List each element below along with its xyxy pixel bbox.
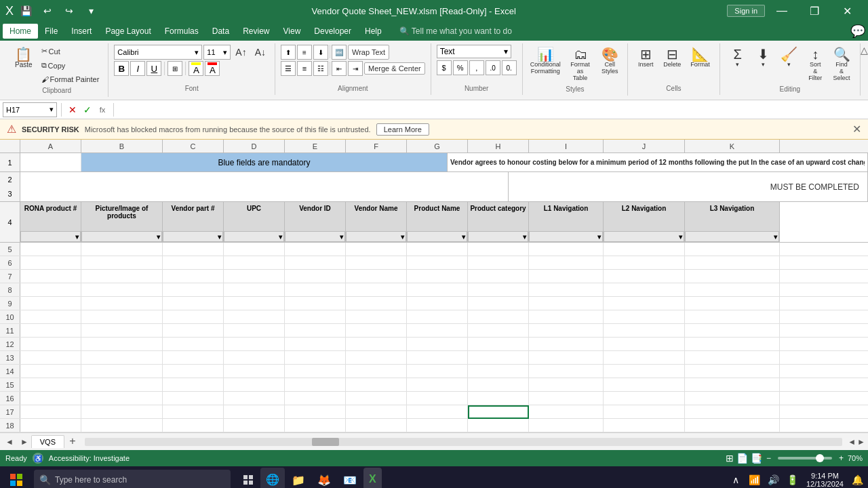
cell-r13-c6[interactable] xyxy=(407,351,468,365)
tell-me-input[interactable]: 🔍 Tell me what you want to do xyxy=(399,26,512,36)
cell-r7-c1[interactable] xyxy=(81,270,163,283)
cell-r18-c2[interactable] xyxy=(163,419,224,432)
cell-r6-c4[interactable] xyxy=(285,256,346,270)
excel-taskbar-btn[interactable]: X xyxy=(363,468,382,488)
cell-r14-c3[interactable] xyxy=(224,365,285,378)
cell-r13-c9[interactable] xyxy=(604,351,685,365)
font-name-box[interactable]: Calibri ▾ xyxy=(114,45,202,60)
name-box[interactable]: H17 ▾ xyxy=(3,102,57,117)
cell-r8-c7[interactable] xyxy=(468,283,529,297)
scroll-left-btn[interactable]: ◄ xyxy=(848,437,856,447)
cell-r9-c0[interactable] xyxy=(20,297,81,310)
cell-r7-c10[interactable] xyxy=(685,270,780,283)
cell-r6-c1[interactable] xyxy=(81,256,163,270)
cell-r9-c10[interactable] xyxy=(685,297,780,310)
cell-r11-c2[interactable] xyxy=(163,324,224,338)
cell-r9-c8[interactable] xyxy=(529,297,604,310)
zoom-slider-thumb[interactable] xyxy=(816,454,824,462)
underline-button[interactable]: U xyxy=(146,61,161,76)
cell-r9-c3[interactable] xyxy=(224,297,285,310)
cell-r10-c5[interactable] xyxy=(346,310,407,324)
cell-r13-c2[interactable] xyxy=(163,351,224,365)
cell-header-product-name[interactable]: Product Name ▾ xyxy=(407,202,468,242)
cell-r15-c1[interactable] xyxy=(81,378,163,392)
zoom-slider[interactable] xyxy=(778,457,832,460)
percent-btn[interactable]: % xyxy=(453,60,468,75)
cell-r9-c4[interactable] xyxy=(285,297,346,310)
battery-icon[interactable]: 🔋 xyxy=(785,472,801,488)
cell-r7-c9[interactable] xyxy=(604,270,685,283)
cell-r18-c1[interactable] xyxy=(81,419,163,432)
cell-r6-c9[interactable] xyxy=(604,256,685,270)
confirm-formula-btn[interactable]: ✓ xyxy=(81,103,94,117)
cell-r14-c9[interactable] xyxy=(604,365,685,378)
cell-r13-c7[interactable] xyxy=(468,351,529,365)
cell-r8-c3[interactable] xyxy=(224,283,285,297)
comments-btn[interactable]: 💬 xyxy=(850,24,865,39)
cell-r8-c8[interactable] xyxy=(529,283,604,297)
cell-r7-c6[interactable] xyxy=(407,270,468,283)
cell-r5-c10[interactable] xyxy=(685,243,780,256)
cell-r8-c4[interactable] xyxy=(285,283,346,297)
col-header-J[interactable]: J xyxy=(604,140,685,152)
cell-r18-c10[interactable] xyxy=(685,419,780,432)
accessibility-icon[interactable]: ♿ xyxy=(33,453,43,464)
cell-r15-c8[interactable] xyxy=(529,378,604,392)
sign-in-button[interactable]: Sign in xyxy=(727,5,765,17)
fill-color-button[interactable]: A xyxy=(189,61,203,76)
cell-r7-c3[interactable] xyxy=(224,270,285,283)
paste-button[interactable]: 📋 Paste xyxy=(11,45,37,71)
col-header-F[interactable]: F xyxy=(346,140,407,152)
cell-r10-c6[interactable] xyxy=(407,310,468,324)
cell-r8-c1[interactable] xyxy=(81,283,163,297)
cell-r17-c2[interactable] xyxy=(163,405,224,419)
start-button[interactable] xyxy=(3,468,30,488)
cell-r18-c8[interactable] xyxy=(529,419,604,432)
cell-r13-c8[interactable] xyxy=(529,351,604,365)
page-break-view-btn[interactable]: 📑 xyxy=(751,453,762,464)
cell-A1[interactable] xyxy=(20,153,81,171)
increase-decimal-btn[interactable]: .0 xyxy=(486,60,500,75)
cell-r13-c0[interactable] xyxy=(20,351,81,365)
page-layout-view-btn[interactable]: 📄 xyxy=(736,453,748,464)
font-color-button[interactable]: A xyxy=(205,61,220,76)
cell-r6-c8[interactable] xyxy=(529,256,604,270)
notification-icon[interactable]: 🔔 xyxy=(849,472,865,488)
cell-r5-c2[interactable] xyxy=(163,243,224,256)
cell-header-picture[interactable]: Picture/Image of products ▾ xyxy=(81,202,163,242)
cell-r12-c6[interactable] xyxy=(407,338,468,351)
cell-r6-c6[interactable] xyxy=(407,256,468,270)
save-quick-btn[interactable]: 💾 xyxy=(16,1,35,20)
tab-formulas[interactable]: Formulas xyxy=(158,24,205,39)
cell-r8-c9[interactable] xyxy=(604,283,685,297)
cell-r9-c9[interactable] xyxy=(604,297,685,310)
tab-file[interactable]: File xyxy=(38,24,64,39)
cell-r6-c5[interactable] xyxy=(346,256,407,270)
redo-quick-btn[interactable]: ↪ xyxy=(60,1,79,20)
cell-r16-c0[interactable] xyxy=(20,392,81,405)
tab-home[interactable]: Home xyxy=(3,24,38,39)
find-select-button[interactable]: 🔍 Find &Select xyxy=(829,45,854,84)
col-header-K[interactable]: K xyxy=(685,140,780,152)
cell-r17-c8[interactable] xyxy=(529,405,604,419)
cell-r18-c0[interactable] xyxy=(20,419,81,432)
cell-r5-c4[interactable] xyxy=(285,243,346,256)
undo-quick-btn[interactable]: ↩ xyxy=(38,1,57,20)
cell-r10-c4[interactable] xyxy=(285,310,346,324)
cell-r16-c5[interactable] xyxy=(346,392,407,405)
autosum-button[interactable]: Σ ▾ xyxy=(726,45,750,70)
cell-r17-c10[interactable] xyxy=(685,405,780,419)
cell-r5-c5[interactable] xyxy=(346,243,407,256)
cell-A2-G3-merged[interactable] xyxy=(20,172,509,201)
cell-r15-c4[interactable] xyxy=(285,378,346,392)
cell-r5-c9[interactable] xyxy=(604,243,685,256)
cell-r15-c3[interactable] xyxy=(224,378,285,392)
cell-r6-c2[interactable] xyxy=(163,256,224,270)
network-icon[interactable]: 📶 xyxy=(747,472,763,488)
cell-r16-c6[interactable] xyxy=(407,392,468,405)
cell-r11-c10[interactable] xyxy=(685,324,780,338)
cell-r18-c9[interactable] xyxy=(604,419,685,432)
cell-r8-c0[interactable] xyxy=(20,283,81,297)
cell-r8-c10[interactable] xyxy=(685,283,780,297)
maximize-button[interactable]: ❐ xyxy=(799,0,830,22)
